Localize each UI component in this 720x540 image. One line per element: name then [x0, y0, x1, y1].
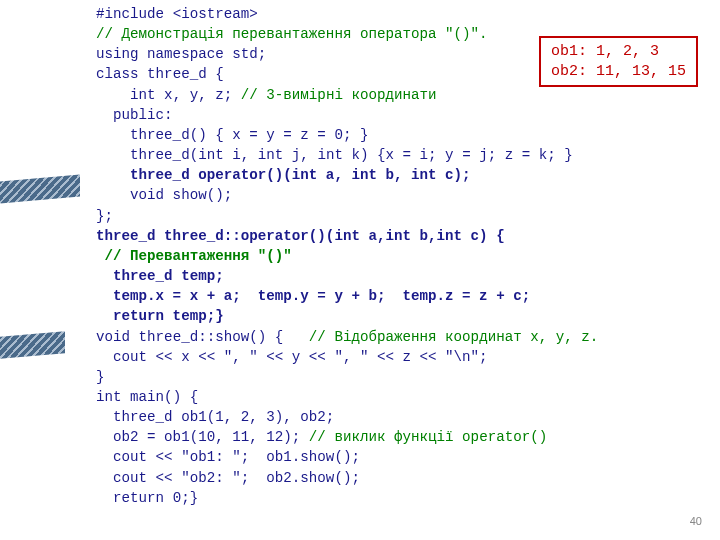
- code-line: j,: [283, 147, 317, 163]
- decorative-stripe-bottom: [0, 331, 65, 359]
- code-line: three_d ob1(1, 2, 3), ob2;: [96, 409, 334, 425]
- code-line: int: [258, 147, 284, 163]
- code-line-bold: three_d three_d::operator()(int a,int b,…: [96, 228, 505, 244]
- code-comment: // Демонстрація перевантаження оператора…: [96, 26, 488, 42]
- code-line: }: [96, 369, 105, 385]
- code-line: three_d {: [139, 66, 224, 82]
- code-line-bold: return temp;}: [96, 308, 224, 324]
- code-line: three_d(: [96, 147, 198, 163]
- code-line: k) {x = i; y = j; z = k; }: [343, 147, 573, 163]
- code-line: int: [198, 147, 224, 163]
- code-line: int: [96, 389, 122, 405]
- output-line: ob1: 1, 2, 3: [551, 43, 659, 60]
- output-box: ob1: 1, 2, 3 ob2: 11, 13, 15: [539, 36, 698, 87]
- decorative-stripe-top: [0, 175, 80, 204]
- code-line: <iostream>: [173, 6, 258, 22]
- code-line-bold: temp.x = x + a; temp.y = y + b; temp.z =…: [96, 288, 530, 304]
- code-line: #include: [96, 6, 173, 22]
- code-line-bold: three_d operator()(int a, int b, int c);: [96, 167, 471, 183]
- output-line: ob2: 11, 13, 15: [551, 63, 686, 80]
- code-line: three_d::show() {: [130, 329, 309, 345]
- code-line: void: [96, 329, 130, 345]
- code-comment: // Перевантаження "()": [96, 248, 292, 264]
- code-line: int: [96, 87, 156, 103]
- code-line: void show();: [96, 187, 232, 203]
- code-line: main() {: [122, 389, 199, 405]
- code-line: cout << x << ", " << y << ", " << z << "…: [96, 349, 488, 365]
- code-line: i,: [224, 147, 258, 163]
- code-line: return: [96, 490, 164, 506]
- code-line: cout << "ob2: "; ob2.show();: [96, 470, 360, 486]
- slide: #include <iostream> // Демонстрація пере…: [0, 0, 720, 540]
- code-comment: // Відображення координат x, y, z.: [309, 329, 598, 345]
- code-line: three_d() { x = y = z = 0; }: [96, 127, 368, 143]
- code-line: std;: [224, 46, 267, 62]
- code-line: ob2 = ob1(10, 11, 12);: [96, 429, 309, 445]
- code-line: using namespace: [96, 46, 224, 62]
- code-comment: // 3-вимірні координати: [241, 87, 437, 103]
- code-line: };: [96, 208, 113, 224]
- code-line: class: [96, 66, 139, 82]
- page-number: 40: [690, 514, 702, 530]
- code-comment: // виклик функції operator(): [309, 429, 547, 445]
- code-line: int: [317, 147, 343, 163]
- code-line: cout << "ob1: "; ob1.show();: [96, 449, 360, 465]
- code-line: 0;}: [164, 490, 198, 506]
- code-line: x, y, z;: [156, 87, 241, 103]
- code-line-bold: three_d temp;: [96, 268, 224, 284]
- code-line: public:: [96, 107, 173, 123]
